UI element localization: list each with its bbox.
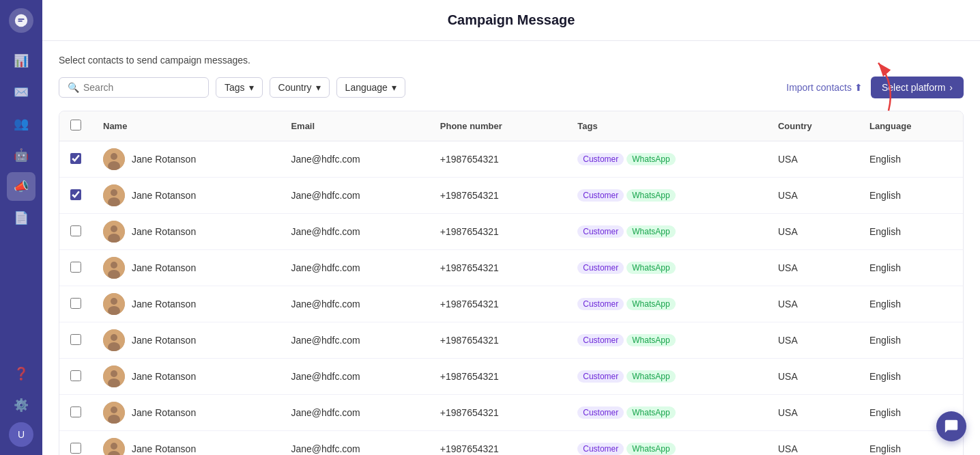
sidebar-item-contacts[interactable]: 👥 bbox=[7, 109, 35, 138]
user-avatar[interactable]: U bbox=[9, 422, 33, 447]
row-checkbox-2[interactable] bbox=[70, 225, 81, 236]
row-checkbox-5[interactable] bbox=[70, 334, 81, 345]
select-platform-button[interactable]: Select platform › bbox=[871, 77, 964, 98]
row-email-cell: Jane@hdfc.com bbox=[280, 141, 429, 178]
tags-chevron-icon: ▾ bbox=[249, 82, 254, 93]
row-checkbox-3[interactable] bbox=[70, 262, 81, 273]
tags-label: Tags bbox=[225, 82, 245, 93]
svg-point-12 bbox=[111, 262, 117, 268]
contact-name: Jane Rotanson bbox=[132, 154, 196, 165]
contact-name: Jane Rotanson bbox=[132, 335, 196, 346]
search-box[interactable]: 🔍 bbox=[59, 77, 209, 98]
row-checkbox-4[interactable] bbox=[70, 298, 81, 309]
contact-avatar bbox=[103, 257, 125, 279]
country-label: Country bbox=[278, 82, 312, 93]
tag-badge: Customer bbox=[577, 298, 624, 310]
search-input[interactable] bbox=[83, 82, 200, 93]
row-name-cell: Jane Rotanson bbox=[92, 141, 280, 178]
tag-badge: WhatsApp bbox=[626, 298, 675, 310]
table-row: Jane Rotanson Jane@hdfc.com +1987654321 … bbox=[59, 431, 963, 456]
sidebar: 📊 ✉️ 👥 🤖 📣 📄 ❓ ⚙️ U bbox=[0, 0, 42, 455]
col-email: Email bbox=[280, 111, 429, 141]
row-phone-cell: +1987654321 bbox=[429, 141, 566, 178]
row-checkbox-cell[interactable] bbox=[59, 395, 92, 431]
sidebar-item-analytics[interactable]: 📊 bbox=[7, 46, 35, 75]
row-email-cell: Jane@hdfc.com bbox=[280, 178, 429, 214]
row-checkbox-cell[interactable] bbox=[59, 286, 92, 322]
select-all-checkbox[interactable] bbox=[70, 120, 81, 130]
row-name-cell: Jane Rotanson bbox=[92, 286, 280, 322]
toolbar-right: Import contacts ⬆ Select platform › bbox=[786, 77, 964, 98]
tag-badge: WhatsApp bbox=[626, 153, 675, 165]
row-country-cell: USA bbox=[767, 286, 859, 322]
language-filter-button[interactable]: Language ▾ bbox=[336, 77, 405, 98]
row-phone-cell: +1987654321 bbox=[429, 250, 566, 286]
row-tags-cell: CustomerWhatsApp bbox=[566, 286, 767, 322]
sidebar-item-automation[interactable]: 🤖 bbox=[7, 141, 35, 169]
tag-badge: WhatsApp bbox=[626, 225, 675, 238]
contacts-table: Name Email Phone number Tags Country Lan… bbox=[59, 111, 963, 455]
tag-badge: Customer bbox=[577, 443, 624, 455]
sidebar-item-campaigns[interactable]: 📣 bbox=[7, 172, 35, 201]
row-language-cell: English bbox=[859, 286, 963, 322]
svg-point-6 bbox=[111, 189, 117, 196]
svg-point-3 bbox=[111, 153, 117, 160]
country-chevron-icon: ▾ bbox=[316, 82, 321, 93]
row-email-cell: Jane@hdfc.com bbox=[280, 214, 429, 250]
import-icon: ⬆ bbox=[854, 82, 863, 93]
table-row: Jane Rotanson Jane@hdfc.com +1987654321 … bbox=[59, 359, 963, 395]
contact-avatar bbox=[103, 329, 125, 351]
import-contacts-link[interactable]: Import contacts ⬆ bbox=[786, 82, 863, 93]
svg-point-18 bbox=[111, 334, 117, 341]
col-name: Name bbox=[92, 111, 280, 141]
tag-badge: WhatsApp bbox=[626, 370, 675, 383]
row-phone-cell: +1987654321 bbox=[429, 395, 566, 431]
contact-avatar bbox=[103, 366, 125, 387]
main-content: Campaign Message Select contacts to send… bbox=[42, 0, 980, 455]
contact-name: Jane Rotanson bbox=[132, 226, 196, 237]
table-row: Jane Rotanson Jane@hdfc.com +1987654321 … bbox=[59, 141, 963, 178]
table-row: Jane Rotanson Jane@hdfc.com +1987654321 … bbox=[59, 214, 963, 250]
chat-bubble-button[interactable] bbox=[936, 411, 966, 441]
row-name-cell: Jane Rotanson bbox=[92, 178, 280, 214]
row-language-cell: English bbox=[859, 214, 963, 250]
row-checkbox-cell[interactable] bbox=[59, 214, 92, 250]
svg-point-21 bbox=[111, 370, 117, 377]
row-checkbox-8[interactable] bbox=[70, 443, 81, 454]
row-country-cell: USA bbox=[767, 359, 859, 395]
row-checkbox-cell[interactable] bbox=[59, 431, 92, 456]
toolbar: 🔍 Tags ▾ Country ▾ Language ▾ Import con… bbox=[59, 77, 964, 98]
tag-badge: WhatsApp bbox=[626, 262, 675, 274]
row-country-cell: USA bbox=[767, 395, 859, 431]
row-checkbox-cell[interactable] bbox=[59, 250, 92, 286]
sidebar-item-help[interactable]: ❓ bbox=[7, 359, 35, 388]
row-checkbox-0[interactable] bbox=[70, 153, 81, 164]
country-filter-button[interactable]: Country ▾ bbox=[270, 77, 330, 98]
content-area: Select contacts to send campaign message… bbox=[42, 41, 980, 455]
table-row: Jane Rotanson Jane@hdfc.com +1987654321 … bbox=[59, 286, 963, 322]
language-chevron-icon: ▾ bbox=[392, 82, 397, 93]
row-checkbox-cell[interactable] bbox=[59, 141, 92, 178]
contact-name: Jane Rotanson bbox=[132, 190, 196, 201]
sidebar-item-settings[interactable]: ⚙️ bbox=[7, 391, 35, 419]
contacts-table-wrapper: Name Email Phone number Tags Country Lan… bbox=[59, 111, 964, 455]
row-email-cell: Jane@hdfc.com bbox=[280, 250, 429, 286]
row-language-cell: English bbox=[859, 141, 963, 178]
svg-point-15 bbox=[111, 298, 117, 305]
sidebar-item-messages[interactable]: ✉️ bbox=[7, 78, 35, 107]
tag-badge: Customer bbox=[577, 406, 624, 419]
contact-avatar bbox=[103, 438, 125, 455]
import-label: Import contacts bbox=[786, 82, 852, 93]
page-subtitle: Select contacts to send campaign message… bbox=[59, 55, 964, 66]
row-checkbox-6[interactable] bbox=[70, 370, 81, 381]
select-all-header[interactable] bbox=[59, 111, 92, 141]
row-checkbox-1[interactable] bbox=[70, 189, 81, 200]
row-checkbox-cell[interactable] bbox=[59, 359, 92, 395]
logo[interactable] bbox=[9, 8, 33, 33]
sidebar-item-reports[interactable]: 📄 bbox=[7, 204, 35, 232]
row-checkbox-cell[interactable] bbox=[59, 322, 92, 359]
tags-filter-button[interactable]: Tags ▾ bbox=[216, 77, 263, 98]
row-checkbox-7[interactable] bbox=[70, 406, 81, 417]
page-header: Campaign Message bbox=[42, 0, 980, 41]
row-checkbox-cell[interactable] bbox=[59, 178, 92, 214]
